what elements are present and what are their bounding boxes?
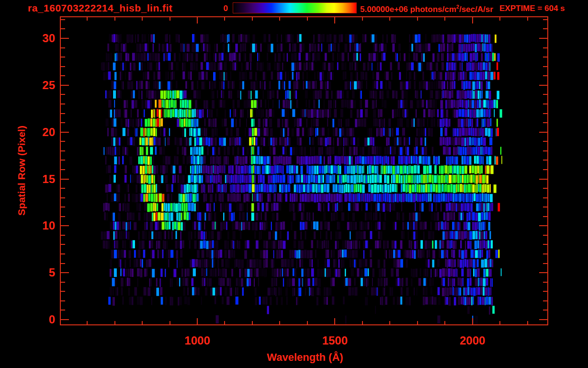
x-axis-minor-tick [252, 17, 253, 21]
y-axis-minor-tick [543, 141, 547, 142]
y-axis-major-tick [61, 272, 69, 273]
x-axis-tick-label: 1000 [184, 334, 210, 347]
x-axis-tick-label: 2000 [460, 334, 485, 347]
x-axis-major-tick [472, 17, 473, 23]
y-axis-minor-tick [61, 122, 65, 123]
y-axis-major-tick [539, 272, 547, 273]
x-axis-minor-tick [170, 321, 170, 324]
y-axis-minor-tick [543, 235, 547, 236]
y-axis-minor-tick [543, 94, 547, 95]
y-axis-minor-tick [543, 75, 547, 76]
y-axis-minor-tick [543, 19, 547, 20]
y-axis-minor-tick [543, 282, 547, 283]
y-axis-minor-tick [61, 150, 65, 151]
y-axis-minor-tick [543, 253, 547, 254]
y-axis-minor-tick [543, 160, 547, 161]
colorbar-gradient [233, 2, 357, 13]
x-axis-minor-tick [224, 17, 225, 21]
y-axis-minor-tick [61, 253, 65, 254]
y-axis-minor-tick [543, 263, 547, 264]
x-axis-minor-tick [499, 17, 500, 21]
y-axis-minor-tick [61, 160, 65, 161]
y-axis-minor-tick [543, 207, 547, 207]
y-axis-major-tick [61, 225, 69, 226]
y-axis-minor-tick [543, 188, 547, 189]
fits-filename-title: ra_160703222214_hisb_lin.fit [28, 2, 172, 14]
y-axis-minor-tick [543, 244, 547, 245]
y-axis-minor-tick [61, 207, 65, 207]
x-axis-major-tick [472, 318, 473, 324]
y-axis-minor-tick [61, 47, 65, 48]
y-axis-minor-tick [61, 216, 65, 217]
y-axis-minor-tick [543, 310, 547, 310]
colorbar-units-pre: 5.00000e+06 photons/cm [360, 5, 456, 14]
y-axis-major-tick [61, 132, 69, 133]
exptime-label: EXPTIME = 604 s [499, 4, 565, 13]
y-axis-minor-tick [543, 122, 547, 123]
y-axis-minor-tick [61, 169, 65, 170]
x-axis-minor-tick [279, 321, 280, 324]
x-axis-minor-tick [499, 321, 500, 324]
y-axis-minor-tick [543, 291, 547, 292]
y-axis-minor-tick [61, 188, 65, 189]
x-axis-minor-tick [307, 17, 308, 21]
x-axis-minor-tick [142, 17, 143, 21]
y-axis-major-tick [539, 132, 547, 133]
x-axis-minor-tick [279, 17, 280, 21]
colorbar-min-label: 0 [215, 4, 228, 13]
y-axis-minor-tick [61, 282, 65, 283]
colorbar-units-post: /sec/A/sr [459, 5, 493, 14]
y-axis-minor-tick [543, 57, 547, 58]
x-axis-tick-label: 1500 [322, 334, 348, 347]
y-axis-minor-tick [61, 57, 65, 58]
y-axis-major-tick [539, 38, 547, 39]
y-axis-major-tick [61, 179, 69, 180]
x-axis-title: Wavelength (Å) [267, 351, 343, 364]
y-axis-title: Spatial Row (Pixel) [16, 126, 27, 216]
y-axis-tick-label: 10 [22, 219, 55, 232]
y-axis-minor-tick [543, 47, 547, 48]
x-axis-minor-tick [362, 17, 363, 21]
y-axis-tick-label: 30 [22, 32, 55, 45]
y-axis-minor-tick [543, 197, 547, 198]
y-axis-minor-tick [543, 28, 547, 29]
x-axis-minor-tick [87, 17, 88, 21]
x-axis-minor-tick [114, 321, 115, 324]
x-axis-minor-tick [170, 17, 170, 21]
y-axis-minor-tick [543, 104, 547, 104]
x-axis-minor-tick [389, 321, 390, 324]
x-axis-minor-tick [114, 17, 115, 21]
y-axis-tick-label: 25 [22, 79, 55, 92]
x-axis-minor-tick [224, 321, 225, 324]
x-axis-minor-tick [87, 321, 88, 324]
y-axis-minor-tick [543, 300, 547, 301]
y-axis-major-tick [539, 179, 547, 180]
y-axis-minor-tick [61, 75, 65, 76]
y-axis-minor-tick [61, 104, 65, 104]
y-axis-minor-tick [61, 141, 65, 142]
x-axis-minor-tick [389, 17, 390, 21]
y-axis-minor-tick [61, 244, 65, 245]
x-axis-minor-tick [252, 321, 253, 324]
y-axis-minor-tick [543, 150, 547, 151]
x-axis-minor-tick [444, 17, 445, 21]
y-axis-minor-tick [543, 169, 547, 170]
x-axis-major-tick [334, 318, 335, 324]
x-axis-minor-tick [142, 321, 143, 324]
y-axis-minor-tick [61, 310, 65, 310]
y-axis-minor-tick [61, 28, 65, 29]
x-axis-major-tick [197, 318, 198, 324]
y-axis-minor-tick [61, 197, 65, 198]
plot-frame [60, 16, 548, 325]
y-axis-major-tick [61, 319, 69, 320]
y-axis-tick-label: 5 [22, 266, 55, 279]
y-axis-minor-tick [61, 66, 65, 67]
x-axis-major-tick [334, 17, 335, 23]
y-axis-minor-tick [543, 113, 547, 114]
y-axis-major-tick [61, 85, 69, 86]
y-axis-minor-tick [61, 263, 65, 264]
y-axis-minor-tick [61, 291, 65, 292]
y-axis-minor-tick [543, 216, 547, 217]
x-axis-minor-tick [417, 321, 418, 324]
x-axis-minor-tick [362, 321, 363, 324]
